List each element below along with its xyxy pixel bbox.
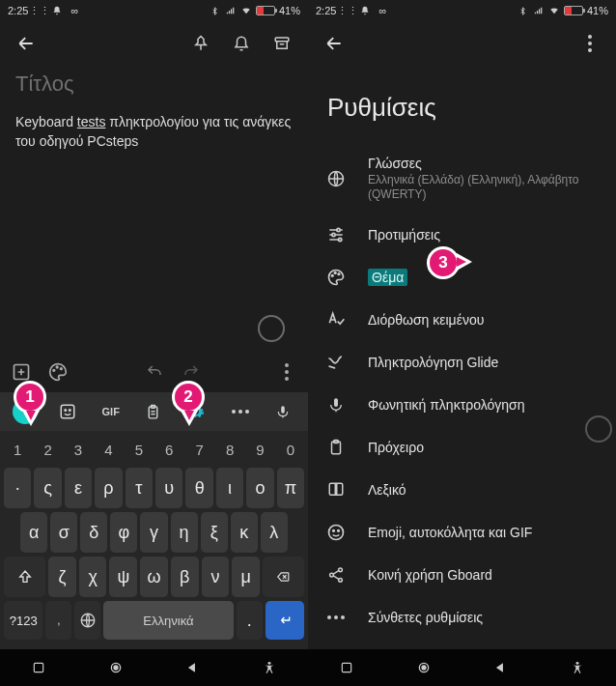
nav-accessibility[interactable] (260, 658, 279, 677)
space-key[interactable]: Ελληνικά (103, 601, 234, 640)
key-letter[interactable]: α (20, 512, 47, 553)
note-empty-area[interactable] (0, 160, 308, 352)
text-cursor-handle[interactable] (258, 315, 285, 342)
signal-icon (533, 5, 545, 16)
svg-point-5 (61, 368, 63, 370)
key-letter[interactable]: δ (80, 512, 107, 553)
key-letter[interactable]: ε (65, 468, 92, 508)
key-letter[interactable]: β (171, 557, 199, 597)
key-letter[interactable]: κ (231, 512, 258, 553)
note-body[interactable]: Keyboard tests πληκτρολογίου για τις ανά… (15, 112, 293, 151)
clipboard-button[interactable] (132, 404, 175, 420)
key-letter[interactable]: ι (216, 468, 243, 508)
nav-back[interactable] (182, 658, 202, 677)
key-4[interactable]: 4 (95, 435, 122, 464)
settings-item-theme[interactable]: Θέμα (308, 256, 616, 299)
settings-item-clipboard[interactable]: Πρόχειρο (308, 426, 616, 469)
wifi-icon (548, 5, 560, 16)
settings-item-voice[interactable]: Φωνητική πληκτρολόγηση (308, 384, 616, 426)
key-letter[interactable]: θ (185, 468, 212, 508)
settings-item-advanced[interactable]: Σύνθετες ρυθμίσεις (308, 596, 616, 639)
toolbar-more-button[interactable] (218, 410, 261, 414)
key-letter[interactable]: χ (79, 557, 107, 597)
reminder-button[interactable] (225, 27, 258, 60)
key-8[interactable]: 8 (216, 435, 243, 464)
key-1[interactable]: 1 (4, 435, 31, 464)
nav-back[interactable] (490, 658, 510, 677)
dots-icon: ⋮⋮ (342, 5, 353, 16)
key-2[interactable]: 2 (34, 435, 61, 464)
key-letter[interactable]: π (277, 468, 304, 508)
more-horiz-icon (325, 607, 347, 628)
settings-item-languages[interactable]: Γλώσσες Ελληνικά (Ελλάδα) (Ελληνική), Αλ… (308, 144, 616, 214)
key-letter[interactable]: ρ (95, 468, 122, 508)
redo-button[interactable] (176, 357, 207, 387)
key-letter[interactable]: σ (50, 512, 77, 553)
note-title-placeholder[interactable]: Τίτλος (15, 71, 293, 97)
svg-point-23 (268, 662, 271, 665)
key-letter[interactable]: ψ (109, 557, 137, 597)
voice-input-button[interactable] (262, 403, 304, 420)
overflow-menu-button[interactable] (574, 27, 606, 60)
undo-button[interactable] (139, 357, 170, 387)
archive-button[interactable] (266, 27, 298, 60)
key-letter[interactable]: · (4, 468, 31, 508)
key-letter[interactable]: ν (202, 557, 230, 597)
sticker-button[interactable] (46, 403, 89, 420)
svg-point-10 (65, 410, 67, 412)
palette-button[interactable] (42, 357, 73, 387)
symbols-key[interactable]: ?123 (4, 601, 42, 640)
key-row-3: ζ χ ψ ω β ν μ (4, 557, 304, 597)
back-button[interactable] (318, 27, 350, 60)
language-key[interactable] (74, 601, 100, 640)
nav-home[interactable] (106, 658, 126, 677)
shift-key[interactable] (4, 557, 45, 597)
add-button[interactable] (6, 357, 37, 387)
settings-item-dictionary[interactable]: Λεξικό (308, 469, 616, 511)
key-6[interactable]: 6 (155, 435, 182, 464)
settings-item-share[interactable]: Κοινή χρήση Gboard (308, 554, 616, 596)
emoji-key[interactable]: , (45, 601, 71, 640)
backspace-key[interactable] (263, 557, 304, 597)
settings-item-preferences[interactable]: Προτιμήσεις (308, 214, 616, 256)
key-letter[interactable]: ς (34, 468, 61, 508)
settings-item-emoji[interactable]: Emoji, αυτοκόλλητα και GIF (308, 511, 616, 554)
key-letter[interactable]: γ (140, 512, 167, 553)
note-editor[interactable]: Τίτλος Keyboard tests πληκτρολογίου για … (0, 66, 308, 160)
nav-accessibility[interactable] (568, 658, 587, 677)
more-button[interactable] (271, 357, 302, 387)
key-letter[interactable]: η (171, 512, 198, 553)
key-letter[interactable]: τ (126, 468, 153, 508)
settings-item-text-correction[interactable]: Διόρθωση κειμένου (308, 299, 616, 341)
key-5[interactable]: 5 (126, 435, 153, 464)
text-cursor-handle[interactable] (585, 415, 612, 443)
toolbar-collapse-button[interactable] (4, 399, 46, 424)
settings-item-glide[interactable]: Πληκτρολόγηση Glide (308, 341, 616, 384)
key-letter[interactable]: μ (232, 557, 260, 597)
back-button[interactable] (10, 27, 42, 60)
key-3[interactable]: 3 (65, 435, 92, 464)
key-letter[interactable]: ο (246, 468, 273, 508)
key-letter[interactable]: φ (110, 512, 137, 553)
dots-icon: ⋮⋮ (34, 5, 45, 16)
pin-button[interactable] (184, 27, 217, 60)
key-letter[interactable]: υ (155, 468, 182, 508)
enter-key[interactable] (266, 601, 304, 640)
nav-recents[interactable] (337, 658, 356, 677)
period-key[interactable]: . (237, 601, 263, 640)
settings-gear-button[interactable] (175, 403, 217, 420)
keyboard[interactable]: 1 2 3 4 5 6 7 8 9 0 · ς ε ρ τ υ θ ι ο π … (0, 431, 308, 649)
gif-button[interactable]: GIF (90, 406, 132, 417)
note-bottom-toolbar (0, 352, 308, 392)
key-0[interactable]: 0 (277, 435, 304, 464)
nav-recents[interactable] (29, 658, 48, 677)
key-7[interactable]: 7 (185, 435, 212, 464)
svg-point-37 (333, 530, 335, 532)
key-9[interactable]: 9 (246, 435, 273, 464)
key-letter[interactable]: ω (140, 557, 168, 597)
nav-home[interactable] (414, 658, 434, 677)
key-letter[interactable]: ξ (201, 512, 228, 553)
key-letter[interactable]: ζ (48, 557, 76, 597)
key-letter[interactable]: λ (261, 512, 288, 553)
tune-icon (325, 224, 347, 245)
